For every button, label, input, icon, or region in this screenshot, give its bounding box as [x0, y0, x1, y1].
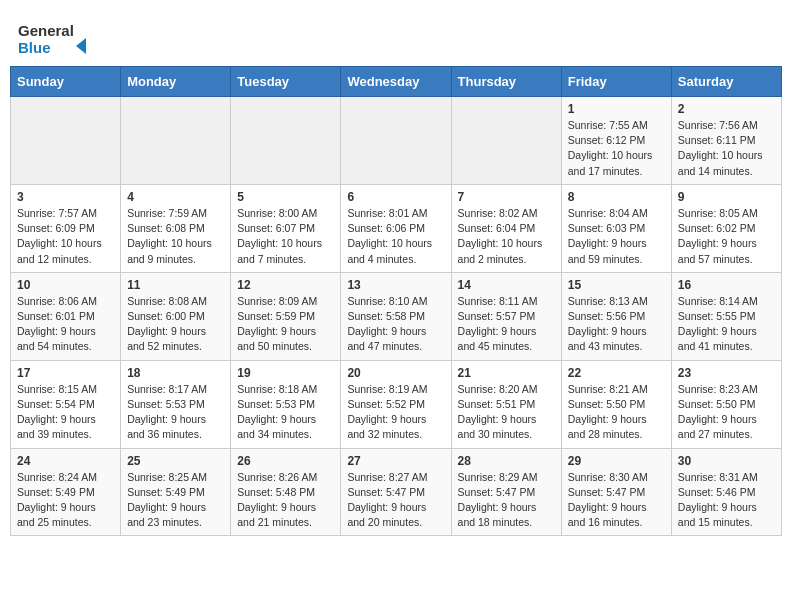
day-info: Sunrise: 8:21 AM Sunset: 5:50 PM Dayligh…: [568, 382, 665, 443]
day-info: Sunrise: 8:13 AM Sunset: 5:56 PM Dayligh…: [568, 294, 665, 355]
day-cell: [11, 97, 121, 185]
day-info: Sunrise: 7:56 AM Sunset: 6:11 PM Dayligh…: [678, 118, 775, 179]
day-cell: 14Sunrise: 8:11 AM Sunset: 5:57 PM Dayli…: [451, 272, 561, 360]
day-cell: 13Sunrise: 8:10 AM Sunset: 5:58 PM Dayli…: [341, 272, 451, 360]
day-info: Sunrise: 8:06 AM Sunset: 6:01 PM Dayligh…: [17, 294, 114, 355]
header-row: SundayMondayTuesdayWednesdayThursdayFrid…: [11, 67, 782, 97]
day-number: 5: [237, 190, 334, 204]
day-number: 13: [347, 278, 444, 292]
day-info: Sunrise: 8:02 AM Sunset: 6:04 PM Dayligh…: [458, 206, 555, 267]
day-cell: 10Sunrise: 8:06 AM Sunset: 6:01 PM Dayli…: [11, 272, 121, 360]
day-cell: 18Sunrise: 8:17 AM Sunset: 5:53 PM Dayli…: [121, 360, 231, 448]
day-cell: 15Sunrise: 8:13 AM Sunset: 5:56 PM Dayli…: [561, 272, 671, 360]
day-number: 24: [17, 454, 114, 468]
day-info: Sunrise: 8:08 AM Sunset: 6:00 PM Dayligh…: [127, 294, 224, 355]
logo: GeneralBlue: [18, 18, 98, 58]
day-cell: 8Sunrise: 8:04 AM Sunset: 6:03 PM Daylig…: [561, 184, 671, 272]
day-number: 16: [678, 278, 775, 292]
day-cell: 9Sunrise: 8:05 AM Sunset: 6:02 PM Daylig…: [671, 184, 781, 272]
day-number: 17: [17, 366, 114, 380]
day-info: Sunrise: 8:25 AM Sunset: 5:49 PM Dayligh…: [127, 470, 224, 531]
day-cell: 2Sunrise: 7:56 AM Sunset: 6:11 PM Daylig…: [671, 97, 781, 185]
day-number: 1: [568, 102, 665, 116]
day-number: 22: [568, 366, 665, 380]
day-info: Sunrise: 8:15 AM Sunset: 5:54 PM Dayligh…: [17, 382, 114, 443]
logo-svg: GeneralBlue: [18, 18, 98, 58]
day-cell: [231, 97, 341, 185]
week-row-3: 10Sunrise: 8:06 AM Sunset: 6:01 PM Dayli…: [11, 272, 782, 360]
day-cell: 27Sunrise: 8:27 AM Sunset: 5:47 PM Dayli…: [341, 448, 451, 536]
day-info: Sunrise: 8:19 AM Sunset: 5:52 PM Dayligh…: [347, 382, 444, 443]
day-info: Sunrise: 7:55 AM Sunset: 6:12 PM Dayligh…: [568, 118, 665, 179]
col-header-wednesday: Wednesday: [341, 67, 451, 97]
day-number: 2: [678, 102, 775, 116]
day-info: Sunrise: 8:04 AM Sunset: 6:03 PM Dayligh…: [568, 206, 665, 267]
svg-marker-2: [76, 38, 86, 54]
day-cell: 1Sunrise: 7:55 AM Sunset: 6:12 PM Daylig…: [561, 97, 671, 185]
day-cell: 21Sunrise: 8:20 AM Sunset: 5:51 PM Dayli…: [451, 360, 561, 448]
day-cell: 23Sunrise: 8:23 AM Sunset: 5:50 PM Dayli…: [671, 360, 781, 448]
day-cell: 4Sunrise: 7:59 AM Sunset: 6:08 PM Daylig…: [121, 184, 231, 272]
day-cell: 7Sunrise: 8:02 AM Sunset: 6:04 PM Daylig…: [451, 184, 561, 272]
day-info: Sunrise: 7:59 AM Sunset: 6:08 PM Dayligh…: [127, 206, 224, 267]
day-cell: 12Sunrise: 8:09 AM Sunset: 5:59 PM Dayli…: [231, 272, 341, 360]
day-number: 9: [678, 190, 775, 204]
day-cell: 29Sunrise: 8:30 AM Sunset: 5:47 PM Dayli…: [561, 448, 671, 536]
day-info: Sunrise: 8:11 AM Sunset: 5:57 PM Dayligh…: [458, 294, 555, 355]
page-header: GeneralBlue: [0, 0, 792, 66]
day-info: Sunrise: 8:18 AM Sunset: 5:53 PM Dayligh…: [237, 382, 334, 443]
week-row-1: 1Sunrise: 7:55 AM Sunset: 6:12 PM Daylig…: [11, 97, 782, 185]
calendar-table: SundayMondayTuesdayWednesdayThursdayFrid…: [10, 66, 782, 536]
svg-text:General: General: [18, 22, 74, 39]
day-cell: 3Sunrise: 7:57 AM Sunset: 6:09 PM Daylig…: [11, 184, 121, 272]
day-cell: [341, 97, 451, 185]
day-info: Sunrise: 8:00 AM Sunset: 6:07 PM Dayligh…: [237, 206, 334, 267]
day-info: Sunrise: 8:20 AM Sunset: 5:51 PM Dayligh…: [458, 382, 555, 443]
day-info: Sunrise: 8:29 AM Sunset: 5:47 PM Dayligh…: [458, 470, 555, 531]
day-cell: 5Sunrise: 8:00 AM Sunset: 6:07 PM Daylig…: [231, 184, 341, 272]
day-info: Sunrise: 8:30 AM Sunset: 5:47 PM Dayligh…: [568, 470, 665, 531]
week-row-2: 3Sunrise: 7:57 AM Sunset: 6:09 PM Daylig…: [11, 184, 782, 272]
day-cell: 25Sunrise: 8:25 AM Sunset: 5:49 PM Dayli…: [121, 448, 231, 536]
day-cell: 11Sunrise: 8:08 AM Sunset: 6:00 PM Dayli…: [121, 272, 231, 360]
calendar-body: 1Sunrise: 7:55 AM Sunset: 6:12 PM Daylig…: [11, 97, 782, 536]
day-cell: 16Sunrise: 8:14 AM Sunset: 5:55 PM Dayli…: [671, 272, 781, 360]
day-number: 18: [127, 366, 224, 380]
day-number: 29: [568, 454, 665, 468]
day-number: 14: [458, 278, 555, 292]
week-row-4: 17Sunrise: 8:15 AM Sunset: 5:54 PM Dayli…: [11, 360, 782, 448]
day-number: 21: [458, 366, 555, 380]
day-number: 10: [17, 278, 114, 292]
day-number: 25: [127, 454, 224, 468]
day-number: 26: [237, 454, 334, 468]
day-info: Sunrise: 7:57 AM Sunset: 6:09 PM Dayligh…: [17, 206, 114, 267]
col-header-monday: Monday: [121, 67, 231, 97]
day-cell: 20Sunrise: 8:19 AM Sunset: 5:52 PM Dayli…: [341, 360, 451, 448]
day-info: Sunrise: 8:23 AM Sunset: 5:50 PM Dayligh…: [678, 382, 775, 443]
day-number: 19: [237, 366, 334, 380]
col-header-tuesday: Tuesday: [231, 67, 341, 97]
day-cell: [451, 97, 561, 185]
day-info: Sunrise: 8:01 AM Sunset: 6:06 PM Dayligh…: [347, 206, 444, 267]
day-cell: 30Sunrise: 8:31 AM Sunset: 5:46 PM Dayli…: [671, 448, 781, 536]
day-cell: 24Sunrise: 8:24 AM Sunset: 5:49 PM Dayli…: [11, 448, 121, 536]
col-header-sunday: Sunday: [11, 67, 121, 97]
day-info: Sunrise: 8:27 AM Sunset: 5:47 PM Dayligh…: [347, 470, 444, 531]
day-info: Sunrise: 8:24 AM Sunset: 5:49 PM Dayligh…: [17, 470, 114, 531]
col-header-saturday: Saturday: [671, 67, 781, 97]
calendar-wrapper: SundayMondayTuesdayWednesdayThursdayFrid…: [0, 66, 792, 546]
day-number: 30: [678, 454, 775, 468]
day-number: 3: [17, 190, 114, 204]
day-cell: 28Sunrise: 8:29 AM Sunset: 5:47 PM Dayli…: [451, 448, 561, 536]
day-cell: 19Sunrise: 8:18 AM Sunset: 5:53 PM Dayli…: [231, 360, 341, 448]
day-info: Sunrise: 8:31 AM Sunset: 5:46 PM Dayligh…: [678, 470, 775, 531]
day-number: 15: [568, 278, 665, 292]
calendar-header: SundayMondayTuesdayWednesdayThursdayFrid…: [11, 67, 782, 97]
day-number: 20: [347, 366, 444, 380]
col-header-thursday: Thursday: [451, 67, 561, 97]
day-number: 23: [678, 366, 775, 380]
day-number: 27: [347, 454, 444, 468]
day-cell: [121, 97, 231, 185]
day-info: Sunrise: 8:10 AM Sunset: 5:58 PM Dayligh…: [347, 294, 444, 355]
week-row-5: 24Sunrise: 8:24 AM Sunset: 5:49 PM Dayli…: [11, 448, 782, 536]
